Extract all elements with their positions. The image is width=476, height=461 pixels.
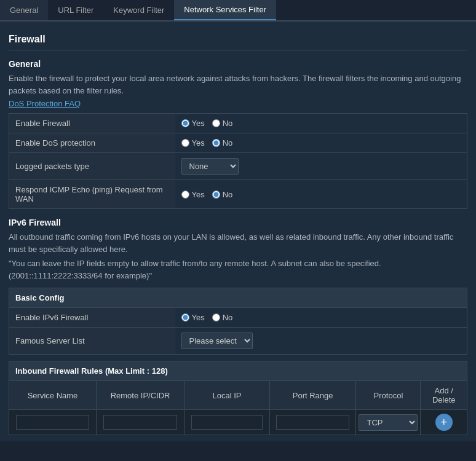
protocol-select[interactable]: TCP UDP TCP/UDP ICMP	[359, 414, 418, 431]
icmp-ping-row: Respond ICMP Echo (ping) Request from WA…	[9, 180, 467, 209]
icmp-ping-yes-radio[interactable]	[181, 191, 189, 199]
icmp-ping-no-label[interactable]: No	[212, 190, 233, 199]
ipv6-firewall-title: IPv6 Firewall	[9, 218, 467, 227]
enable-ipv6-no-label[interactable]: No	[212, 313, 233, 322]
enable-ipv6-yes-radio[interactable]	[181, 313, 189, 321]
rules-table-header-row: Service Name Remote IP/CIDR Local IP Por…	[9, 381, 467, 410]
enable-ipv6-radio-group: Yes No	[181, 313, 461, 322]
icmp-ping-radio-group: Yes No	[181, 190, 461, 199]
service-name-cell	[9, 410, 97, 435]
col-port-range: Port Range	[269, 381, 356, 410]
icmp-ping-label: Respond ICMP Echo (ping) Request from WA…	[9, 180, 175, 209]
local-ip-input[interactable]	[191, 415, 263, 430]
tab-url-filter[interactable]: URL Filter	[48, 0, 103, 20]
enable-ipv6-row: Enable IPv6 Firewall Yes No	[9, 308, 467, 328]
enable-dos-label: Enable DoS protection	[9, 133, 175, 153]
add-rule-button[interactable]: +	[435, 414, 453, 431]
tab-bar: General URL Filter Keyword Filter Networ…	[0, 0, 476, 22]
general-description: Enable the firewall to protect your loca…	[9, 73, 467, 97]
enable-firewall-yes-label[interactable]: Yes	[181, 119, 205, 128]
icmp-ping-no-radio[interactable]	[212, 191, 220, 199]
tab-keyword-filter[interactable]: Keyword Filter	[103, 0, 174, 20]
enable-firewall-no-label[interactable]: No	[212, 119, 233, 128]
firewall-title: Firewall	[9, 34, 467, 45]
col-service-name: Service Name	[9, 381, 97, 410]
ipv6-description2: "You can leave the IP fields empty to al…	[9, 258, 467, 282]
enable-dos-row: Enable DoS protection Yes No	[9, 133, 467, 153]
main-content: Firewall General Enable the firewall to …	[0, 22, 476, 441]
rules-table-row: TCP UDP TCP/UDP ICMP +	[9, 410, 467, 435]
logged-packets-label: Logged packets type	[9, 153, 175, 180]
tab-general[interactable]: General	[0, 0, 48, 20]
remote-ip-input[interactable]	[103, 415, 178, 430]
col-remote-ip: Remote IP/CIDR	[96, 381, 184, 410]
enable-firewall-label: Enable Firewall	[9, 114, 175, 133]
service-name-input[interactable]	[16, 415, 90, 430]
enable-dos-yes-label[interactable]: Yes	[181, 138, 205, 148]
dos-faq-link[interactable]: DoS Protection FAQ	[9, 99, 81, 108]
local-ip-cell	[184, 410, 270, 435]
inbound-rules-table: Service Name Remote IP/CIDR Local IP Por…	[9, 380, 467, 435]
enable-ipv6-yes-label[interactable]: Yes	[181, 313, 205, 322]
col-local-ip: Local IP	[184, 381, 270, 410]
famous-server-row: Famous Server List Please select	[9, 328, 467, 355]
logged-packets-row: Logged packets type None Accepted Droppe…	[9, 153, 467, 180]
icmp-ping-yes-label[interactable]: Yes	[181, 190, 205, 199]
enable-dos-radio-group: Yes No	[181, 138, 461, 148]
col-protocol: Protocol	[356, 381, 421, 410]
enable-dos-no-radio[interactable]	[212, 139, 220, 147]
enable-firewall-radio-group: Yes No	[181, 119, 461, 128]
tab-network-services-filter[interactable]: Network Services Filter	[174, 0, 276, 20]
remote-ip-cell	[96, 410, 184, 435]
inbound-header: Inbound Firewall Rules (Max Limit : 128)	[9, 361, 467, 380]
famous-server-label: Famous Server List	[9, 328, 175, 355]
general-form-table: Enable Firewall Yes No Enable DoS protec…	[9, 113, 467, 209]
enable-firewall-row: Enable Firewall Yes No	[9, 114, 467, 133]
protocol-cell: TCP UDP TCP/UDP ICMP	[356, 410, 421, 435]
basic-config-header: Basic Config	[9, 288, 467, 308]
logged-packets-select[interactable]: None Accepted Dropped Both	[181, 158, 239, 175]
famous-server-select[interactable]: Please select	[181, 333, 253, 349]
enable-ipv6-no-radio[interactable]	[212, 313, 220, 321]
col-add-delete: Add / Delete	[421, 381, 467, 410]
enable-dos-no-label[interactable]: No	[212, 138, 233, 148]
port-range-input[interactable]	[276, 415, 349, 430]
enable-ipv6-label: Enable IPv6 Firewall	[9, 308, 175, 328]
ipv6-description1: All outbound traffic coming from IPv6 ho…	[9, 231, 467, 255]
enable-firewall-yes-radio[interactable]	[181, 119, 189, 127]
add-delete-cell: +	[421, 410, 467, 435]
ipv6-form-table: Enable IPv6 Firewall Yes No Famous Serve…	[9, 308, 467, 355]
general-section-title: General	[9, 59, 467, 69]
enable-firewall-no-radio[interactable]	[212, 119, 220, 127]
enable-dos-yes-radio[interactable]	[181, 139, 189, 147]
port-range-cell	[269, 410, 356, 435]
